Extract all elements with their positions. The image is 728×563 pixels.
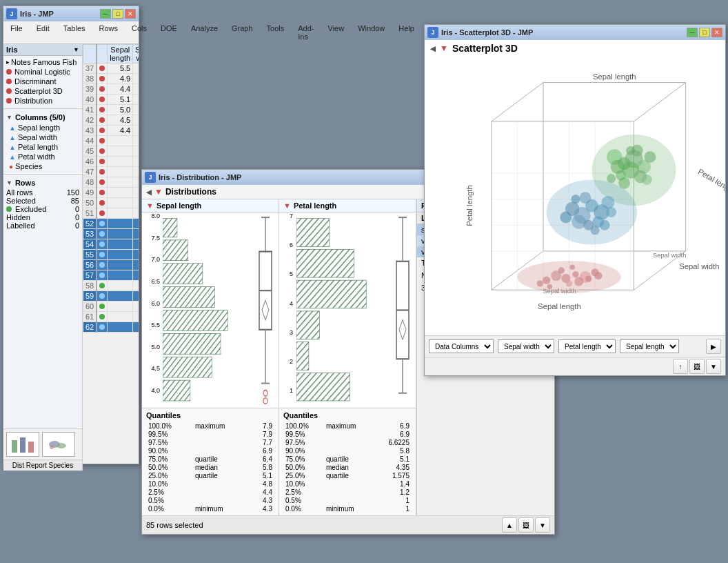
svg-rect-29 [296, 280, 366, 308]
table-row[interactable]: 61 [83, 312, 139, 322]
table-row[interactable]: 59 [83, 291, 139, 302]
menu-addins[interactable]: Add-Ins [294, 23, 318, 42]
thumbnails-area [3, 428, 82, 460]
table-row[interactable]: 57 [83, 270, 139, 281]
table-row[interactable]: 47 [83, 167, 139, 177]
menu-file[interactable]: File [6, 23, 27, 42]
scatter3d-close-button[interactable]: ✕ [711, 28, 722, 37]
scatter3d-btn3[interactable]: ▼ [706, 359, 721, 374]
nav-item-distribution[interactable]: Distribution [3, 96, 82, 106]
table-row[interactable]: 55 [83, 250, 139, 260]
nav-item-nominal-logistic[interactable]: Nominal Logistic [3, 67, 82, 77]
svg-rect-10 [163, 333, 221, 354]
table-row[interactable]: 54 [83, 239, 139, 250]
col-sepal-length[interactable]: ▲ Sepal length [6, 123, 79, 132]
table-row[interactable]: 46 [83, 157, 139, 167]
sepal-width-select[interactable]: Sepal width [498, 339, 554, 353]
menu-edit[interactable]: Edit [32, 23, 54, 42]
menu-cols[interactable]: Cols [128, 23, 151, 42]
sepal-quantiles-table: 100.0%maximum7.9 99.5%7.9 97.5%7.7 90.0%… [146, 422, 274, 513]
svg-line-44 [634, 83, 685, 121]
table-row[interactable]: 48 [83, 177, 139, 188]
sepal-length-header[interactable]: ▼ Sepal length [142, 199, 279, 213]
col-species[interactable]: ● Species [6, 161, 79, 171]
petal-length-select[interactable]: Petal length [558, 339, 616, 353]
scatter3d-btn1[interactable]: ↑ [673, 359, 688, 374]
menu-help[interactable]: Help [394, 23, 418, 42]
table-row[interactable]: 384.93.61.40.1setosa [83, 74, 139, 84]
menu-tools[interactable]: Tools [263, 23, 289, 42]
close-button[interactable]: ✕ [125, 9, 136, 19]
scatterplot3d-window: J Iris - Scatterplot 3D - JMP ─ □ ✕ ◀ ▼ … [424, 24, 726, 376]
svg-point-95 [626, 146, 635, 155]
maximize-button[interactable]: □ [112, 9, 123, 19]
svg-text:Petal length: Petal length [697, 167, 725, 195]
scatter3d-minimize-button[interactable]: ─ [687, 28, 698, 37]
data-columns-select[interactable]: Data Columns [429, 339, 494, 353]
svg-point-105 [560, 212, 572, 224]
menu-rows[interactable]: Rows [95, 23, 123, 42]
iris-title-bar[interactable]: J Iris - JMP ─ □ ✕ [3, 6, 139, 21]
scatter3d-plot-area[interactable]: Sepal length Sepal width Petal length Se… [425, 57, 725, 335]
svg-line-45 [492, 83, 543, 121]
svg-point-78 [594, 272, 602, 279]
svg-point-104 [602, 196, 615, 209]
scatter3d-btn2[interactable]: 🖼 [689, 359, 705, 374]
menu-view[interactable]: View [324, 23, 349, 42]
scatter3d-run-btn[interactable]: ▶ [706, 339, 721, 354]
menu-tables[interactable]: Tables [59, 23, 90, 42]
thumbnail-1[interactable] [6, 432, 39, 457]
scatter3d-title-bar[interactable]: J Iris - Scatterplot 3D - JMP ─ □ ✕ [425, 25, 725, 40]
col-sepal-width[interactable]: ▲ Sepal width [6, 132, 79, 142]
scatter3d-maximize-button[interactable]: □ [699, 28, 710, 37]
columns-header[interactable]: ▼ Columns (5/0) [6, 112, 79, 123]
table-row[interactable]: 51 [83, 208, 139, 219]
table-row[interactable]: 45 [83, 146, 139, 157]
status-img-btn[interactable]: 🖼 [518, 517, 534, 533]
table-row[interactable]: 415.03.51.30.3setosa [83, 105, 139, 115]
menu-window[interactable]: Window [354, 23, 389, 42]
thumbnail-2[interactable] [42, 432, 75, 457]
table-row[interactable]: 394.43.01.30.2setosa [83, 84, 139, 95]
petal-length-header[interactable]: ▼ Petal length [279, 199, 416, 213]
table-row[interactable]: 53 [83, 229, 139, 239]
table-row[interactable]: 434.43.21.30.2setosa [83, 126, 139, 136]
menu-graph[interactable]: Graph [228, 23, 257, 42]
sepal-length-select[interactable]: Sepal length [620, 339, 679, 353]
svg-rect-1 [20, 437, 26, 453]
table-row[interactable]: 60 [83, 302, 139, 312]
svg-point-23 [263, 391, 267, 396]
status-up-btn[interactable]: ▲ [502, 517, 517, 533]
data-table: Sepallength Sepalwidth Petalleng... Peta… [83, 44, 139, 333]
panel-arrow[interactable]: ▼ [73, 46, 79, 53]
iris-panel-title: Iris [6, 46, 18, 54]
col-petal-length[interactable]: ▲ Petal length [6, 142, 79, 152]
minimize-button[interactable]: ─ [100, 9, 111, 19]
table-row[interactable]: 44 [83, 136, 139, 146]
col-petal-width[interactable]: ▲ Petal width [6, 152, 79, 161]
rows-header[interactable]: ▼ Rows [6, 177, 79, 188]
nav-dot [6, 98, 12, 103]
menu-doe[interactable]: DOE [156, 23, 181, 42]
svg-point-79 [558, 267, 565, 273]
table-row[interactable]: 424.52.31.30.3setosa [83, 115, 139, 126]
table-row[interactable]: 58 [83, 281, 139, 291]
thumbnail-label: Dist Report Species [3, 460, 82, 471]
nav-item-scatterplot3d[interactable]: Scatterplot 3D [3, 86, 82, 96]
menu-analyze[interactable]: Analyze [187, 23, 222, 42]
table-row[interactable]: 50 [83, 198, 139, 208]
dist-status-bar: 85 rows selected ▲ 🖼 ▼ [142, 515, 554, 534]
nav-dot [6, 69, 12, 75]
table-row[interactable]: 375.53.51.30.2setosa [83, 63, 139, 74]
nav-item-discriminant[interactable]: Discriminant [3, 77, 82, 86]
table-row[interactable]: 62 [83, 322, 139, 333]
svg-point-86 [645, 151, 656, 163]
scatter3d-svg: Sepal length Sepal width Petal length Se… [425, 57, 725, 335]
table-row[interactable]: 49 [83, 188, 139, 198]
nav-item-notes[interactable]: ▸ Notes Famous Fish [3, 57, 82, 67]
table-row[interactable]: 52 [83, 219, 139, 229]
svg-rect-27 [296, 342, 309, 371]
status-menu-btn[interactable]: ▼ [535, 517, 550, 533]
table-row[interactable]: 56 [83, 260, 139, 270]
table-row[interactable]: 405.13.41.50.2setosa [83, 95, 139, 105]
